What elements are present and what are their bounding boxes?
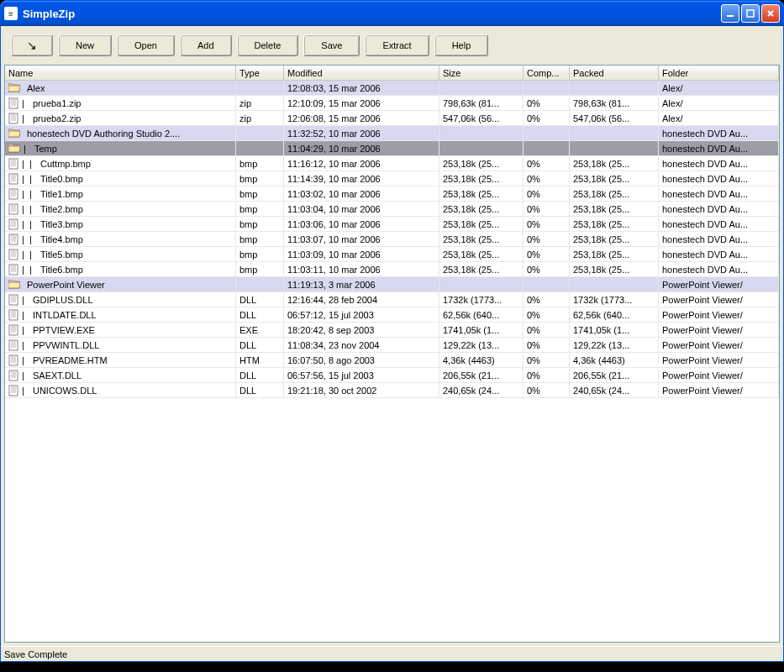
folder-icon bbox=[8, 129, 20, 138]
cell-packed: 253,18k (25... bbox=[570, 232, 659, 246]
table-row[interactable]: | | Title6.bmpbmp11:03:11, 10 mar 200625… bbox=[5, 262, 779, 277]
cell-compression: 0% bbox=[524, 202, 570, 216]
file-name: INTLDATE.DLL bbox=[33, 310, 97, 320]
help-button[interactable]: Help bbox=[434, 34, 489, 56]
column-header-compression[interactable]: Comp... bbox=[524, 66, 570, 80]
cell-packed: 240,65k (24... bbox=[570, 383, 659, 397]
table-row[interactable]: | | Cuttmp.bmpbmp11:16:12, 10 mar 200625… bbox=[5, 156, 779, 171]
cell-folder: PowerPoint Viewer/ bbox=[659, 277, 779, 291]
tree-view-button[interactable]: ↘ bbox=[11, 34, 53, 56]
cell-type: bmp bbox=[236, 186, 284, 201]
cell-packed bbox=[570, 126, 659, 140]
table-row[interactable]: | PPTVIEW.EXEEXE18:20:42, 8 sep 20031741… bbox=[5, 323, 779, 338]
file-name: Title0.bmp bbox=[40, 174, 83, 184]
file-name: Cuttmp.bmp bbox=[40, 159, 91, 169]
cell-type: bmp bbox=[236, 156, 284, 171]
cell-name: | | Title3.bmp bbox=[5, 217, 236, 231]
table-row[interactable]: | PVREADME.HTMHTM16:07:50, 8 ago 20034,3… bbox=[5, 353, 779, 368]
cell-folder: honestech DVD Au... bbox=[659, 186, 779, 201]
cell-name: | INTLDATE.DLL bbox=[5, 307, 236, 322]
table-row[interactable]: | | Title5.bmpbmp11:03:09, 10 mar 200625… bbox=[5, 247, 779, 262]
column-header-name[interactable]: Name bbox=[5, 66, 236, 80]
cell-modified: 12:10:09, 15 mar 2006 bbox=[284, 96, 439, 110]
cell-folder: PowerPoint Viewer/ bbox=[659, 353, 779, 367]
table-row[interactable]: Alex12:08:03, 15 mar 2006Alex/ bbox=[5, 81, 779, 96]
tree-indent: | | bbox=[22, 265, 37, 275]
file-name: UNICOWS.DLL bbox=[33, 386, 97, 396]
table-row[interactable]: PowerPoint Viewer11:19:13, 3 mar 2006Pow… bbox=[5, 277, 779, 292]
folder-icon bbox=[8, 144, 20, 153]
column-header-modified[interactable]: Modified bbox=[284, 66, 439, 80]
table-row[interactable]: | UNICOWS.DLLDLL19:21:18, 30 oct 2002240… bbox=[5, 383, 779, 398]
cell-folder: Alex/ bbox=[659, 96, 779, 110]
file-rows[interactable]: Alex12:08:03, 15 mar 2006Alex/| prueba1.… bbox=[5, 81, 779, 642]
file-icon bbox=[8, 354, 18, 366]
table-row[interactable]: | prueba1.zipzip12:10:09, 15 mar 2006798… bbox=[5, 96, 779, 111]
cell-type: bmp bbox=[236, 247, 284, 261]
cell-folder: honestech DVD Au... bbox=[659, 202, 779, 216]
new-button[interactable]: New bbox=[58, 34, 112, 56]
file-name: PPVWINTL.DLL bbox=[33, 340, 99, 350]
cell-type bbox=[236, 141, 284, 155]
cell-name: | prueba2.zip bbox=[5, 111, 236, 125]
file-name: prueba2.zip bbox=[33, 113, 82, 123]
cell-folder: honestech DVD Au... bbox=[659, 126, 779, 140]
cell-packed: 253,18k (25... bbox=[570, 156, 659, 171]
table-row[interactable]: | SAEXT.DLLDLL06:57:56, 15 jul 2003206,5… bbox=[5, 368, 779, 383]
add-button[interactable]: Add bbox=[180, 34, 232, 56]
tree-indent: | bbox=[22, 295, 29, 305]
cell-compression: 0% bbox=[524, 292, 570, 307]
table-row[interactable]: | | Title4.bmpbmp11:03:07, 10 mar 200625… bbox=[5, 232, 779, 247]
file-name: SAEXT.DLL bbox=[33, 370, 82, 381]
cell-packed: 253,18k (25... bbox=[570, 262, 659, 276]
cell-type: bmp bbox=[236, 262, 284, 276]
cell-packed: 253,18k (25... bbox=[570, 247, 659, 261]
file-icon bbox=[8, 97, 18, 109]
tree-indent: | bbox=[22, 325, 29, 335]
cell-type: DLL bbox=[236, 338, 284, 352]
cell-type: DLL bbox=[236, 307, 284, 322]
tree-indent: | bbox=[22, 355, 29, 365]
maximize-button[interactable] bbox=[741, 4, 760, 23]
file-icon bbox=[8, 218, 18, 230]
app-window: ≡ SimpleZip ↘ New Open Add Delete Save E… bbox=[0, 0, 784, 662]
table-row[interactable]: | INTLDATE.DLLDLL06:57:12, 15 jul 200362… bbox=[5, 307, 779, 323]
column-header-type[interactable]: Type bbox=[236, 66, 284, 80]
cell-compression: 0% bbox=[524, 323, 570, 337]
table-row[interactable]: | Temp11:04:29, 10 mar 2006honestech DVD… bbox=[5, 141, 779, 156]
tree-indent: | | bbox=[22, 219, 37, 229]
cell-name: | | Title4.bmp bbox=[5, 232, 236, 246]
cell-folder: Alex/ bbox=[659, 81, 779, 95]
save-button[interactable]: Save bbox=[303, 34, 360, 56]
table-row[interactable]: | | Title1.bmpbmp11:03:02, 10 mar 200625… bbox=[5, 186, 779, 202]
cell-packed: 1741,05k (1... bbox=[570, 323, 659, 337]
cell-name: | | Title2.bmp bbox=[5, 202, 236, 216]
cell-packed: 798,63k (81... bbox=[570, 96, 659, 110]
delete-button[interactable]: Delete bbox=[237, 34, 299, 56]
extract-button[interactable]: Extract bbox=[365, 34, 429, 56]
file-name: PPTVIEW.EXE bbox=[33, 325, 95, 335]
close-button[interactable] bbox=[761, 4, 780, 23]
column-header-folder[interactable]: Folder bbox=[659, 66, 779, 80]
cell-modified: 11:14:39, 10 mar 2006 bbox=[284, 171, 439, 186]
cell-folder: honestech DVD Au... bbox=[659, 141, 779, 155]
column-header-packed[interactable]: Packed bbox=[570, 66, 659, 80]
table-row[interactable]: | | Title3.bmpbmp11:03:06, 10 mar 200625… bbox=[5, 217, 779, 232]
column-header-size[interactable]: Size bbox=[439, 66, 524, 80]
cell-compression bbox=[524, 277, 570, 291]
table-row[interactable]: | GDIPLUS.DLLDLL12:16:44, 28 feb 2004173… bbox=[5, 292, 779, 307]
table-row[interactable]: | | Title0.bmpbmp11:14:39, 10 mar 200625… bbox=[5, 171, 779, 186]
table-row[interactable]: honestech DVD Authoring Studio 2....11:3… bbox=[5, 126, 779, 141]
file-icon bbox=[8, 264, 18, 276]
cell-modified: 06:57:12, 15 jul 2003 bbox=[284, 307, 439, 322]
titlebar[interactable]: ≡ SimpleZip bbox=[1, 1, 783, 26]
table-row[interactable]: | prueba2.zipzip12:06:08, 15 mar 2006547… bbox=[5, 111, 779, 126]
cell-size: 253,18k (25... bbox=[439, 171, 524, 186]
table-row[interactable]: | | Title2.bmpbmp11:03:04, 10 mar 200625… bbox=[5, 202, 779, 217]
cell-compression: 0% bbox=[524, 96, 570, 110]
minimize-button[interactable] bbox=[721, 4, 739, 23]
table-row[interactable]: | PPVWINTL.DLLDLL11:08:34, 23 nov 200412… bbox=[5, 338, 779, 353]
open-button[interactable]: Open bbox=[117, 34, 175, 56]
tree-indent: | bbox=[22, 340, 29, 350]
cell-size: 253,18k (25... bbox=[439, 247, 524, 261]
